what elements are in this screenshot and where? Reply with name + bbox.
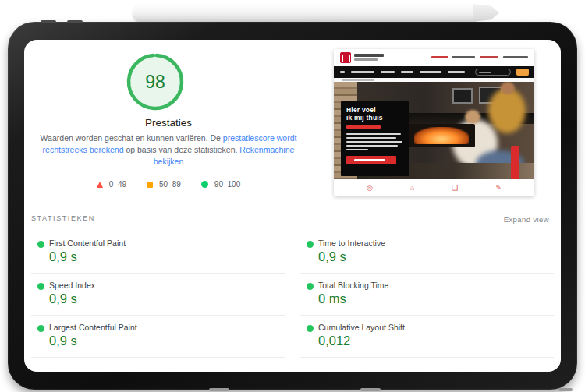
tablet-screen: 98 Prestaties Waarden worden geschat en … — [24, 40, 561, 372]
metric-value: 0,9 s — [49, 249, 77, 264]
metric-status-dot-icon — [307, 241, 314, 248]
site-header-highlight-text — [431, 56, 448, 58]
metric-label: First Contentful Paint — [49, 238, 126, 248]
performance-score: 98 — [126, 52, 185, 111]
legend-label: 90–100 — [214, 180, 240, 189]
legend-label: 50–89 — [159, 180, 181, 189]
metric-time-to-interactive: Time to Interactive 0,9 s — [300, 231, 554, 274]
hero-body-text — [346, 145, 398, 147]
tablet-mockup-scene: 98 Prestaties Waarden worden geschat en … — [0, 0, 585, 392]
hero-body-text — [346, 137, 396, 139]
metric-value: 0,9 s — [49, 334, 77, 348]
hero-title: ik mij thuis — [346, 115, 404, 122]
person-woman-art — [465, 110, 480, 124]
hero-cta-button — [346, 156, 396, 164]
vertical-divider — [296, 92, 296, 192]
nav-item — [340, 71, 345, 73]
metric-total-blocking-time: Total Blocking Time 0 ms — [300, 274, 554, 316]
stats-column-right: Time to Interactive 0,9 s Total Blocking… — [300, 231, 554, 358]
metric-status-dot-icon — [37, 241, 44, 248]
tablet-frame: 98 Prestaties Waarden worden geschat en … — [8, 22, 577, 390]
bottom-connector — [209, 388, 229, 391]
metric-speed-index: Speed Index 0,9 s — [31, 274, 285, 316]
nav-item — [420, 71, 441, 73]
metric-value: 0,9 s — [318, 249, 346, 264]
hero-cta-text — [354, 159, 385, 161]
category-title: Prestaties — [40, 117, 297, 129]
home-icon: ⌂ — [410, 185, 414, 192]
site-logo-icon — [340, 52, 351, 63]
site-brand-text — [354, 54, 384, 57]
legend-item-average: 50–89 — [147, 180, 181, 189]
description-text: Waarden worden geschat en kunnen variëre… — [41, 133, 223, 143]
preview-search-box — [475, 69, 511, 76]
preview-nav-bar — [334, 66, 534, 78]
hero-body-text — [346, 141, 402, 143]
nav-item — [448, 71, 465, 73]
metric-status-dot-icon — [37, 325, 44, 332]
site-tagline-text — [354, 58, 378, 61]
hero-body-text — [346, 149, 368, 151]
side-ribbon-button — [511, 146, 519, 179]
site-header-phone-text — [480, 56, 498, 58]
metric-status-dot-icon — [307, 325, 314, 332]
wall-picture-frame — [452, 88, 473, 104]
bottom-connector — [360, 388, 381, 391]
stats-section-title: STATISTIEKEN — [31, 214, 95, 222]
volume-button-down — [67, 20, 83, 23]
metric-largest-contentful-paint: Largest Contentful Paint 0,9 s — [31, 316, 285, 358]
hero-body-text — [346, 133, 401, 136]
bottom-connector — [558, 388, 573, 391]
preview-usp-bar: ◎ ⌂ ❏ ✎ — [334, 179, 534, 196]
preview-cart-button — [516, 69, 529, 76]
gallery-icon: ❏ — [452, 185, 458, 192]
metric-first-contentful-paint: First Contentful Paint 0,9 s — [31, 231, 285, 274]
site-preview-thumbnail: Hier voel ik mij thuis — [334, 49, 534, 196]
metric-label: Speed Index — [49, 281, 95, 290]
nav-item — [381, 71, 395, 73]
person-man-art — [488, 88, 526, 133]
score-description: Waarden worden geschat en kunnen variëre… — [38, 132, 299, 168]
metric-value: 0,012 — [318, 334, 350, 348]
metric-status-dot-icon — [37, 283, 44, 290]
circle-green-icon — [201, 181, 208, 188]
person-man-art — [501, 82, 515, 94]
fire-glow-art — [414, 127, 469, 144]
triangle-red-icon — [97, 182, 103, 188]
nav-item — [401, 71, 413, 73]
hero-subtitle-text — [346, 125, 381, 129]
performance-gauge: 98 — [126, 52, 185, 111]
breadcrumb-text — [342, 79, 374, 81]
metric-value: 0 ms — [318, 291, 346, 306]
metric-value: 0,9 s — [49, 291, 77, 306]
stats-column-left: First Contentful Paint 0,9 s Speed Index… — [31, 231, 285, 358]
metric-cumulative-layout-shift: Cumulative Layout Shift 0,012 — [300, 316, 554, 358]
preview-site-header — [334, 49, 534, 66]
metric-label: Largest Contentful Paint — [49, 323, 137, 332]
location-pin-icon: ◎ — [367, 185, 373, 192]
preview-hero-image: Hier voel ik mij thuis — [334, 82, 534, 179]
metric-label: Total Blocking Time — [318, 281, 388, 290]
site-header-text — [452, 56, 475, 58]
stylus-pencil-tip — [473, 4, 499, 22]
volume-button-up — [41, 20, 56, 23]
metric-status-dot-icon — [307, 283, 314, 290]
score-legend: 0–49 50–89 90–100 — [40, 180, 297, 189]
stylus-pencil — [133, 2, 476, 23]
legend-label: 0–49 — [109, 180, 126, 189]
fireplace-art — [408, 124, 475, 147]
description-text: op basis van deze statistieken. — [124, 145, 240, 154]
legend-item-good: 90–100 — [201, 180, 240, 189]
legend-item-fail: 0–49 — [97, 180, 126, 189]
square-orange-icon — [147, 182, 153, 188]
nav-item — [351, 71, 374, 73]
pencil-icon: ✎ — [495, 185, 502, 192]
hero-text-card: Hier voel ik mij thuis — [341, 101, 410, 176]
metric-label: Time to Interactive — [318, 238, 385, 248]
search-placeholder-text — [479, 72, 491, 74]
site-header-text — [503, 56, 528, 58]
metric-label: Cumulative Layout Shift — [318, 323, 405, 332]
expand-view-link[interactable]: Expand view — [504, 215, 549, 224]
